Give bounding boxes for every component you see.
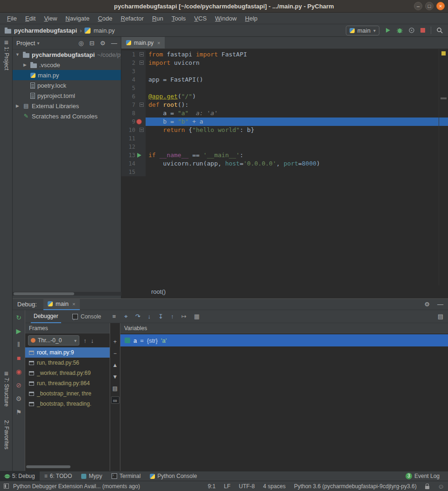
evaluate-expression-icon[interactable]: ▦ <box>194 313 199 320</box>
next-frame-icon[interactable]: ▼ <box>111 373 119 380</box>
breadcrumb-context[interactable]: root() <box>151 288 166 295</box>
run-button[interactable] <box>385 27 391 34</box>
lock-icon[interactable] <box>425 486 429 489</box>
frame-row-bootstrap-threading[interactable]: _bootstrap, threading. <box>25 399 110 409</box>
tool-window-button-favorites[interactable]: 2: Favorites <box>0 420 13 450</box>
frame-row-root-main-py-9[interactable]: root, main.py:9 <box>25 347 110 358</box>
code-editor[interactable]: 1from fastapi import FastAPI2import uvic… <box>121 49 448 285</box>
tree-item-pyproject-toml[interactable]: pyproject.toml <box>13 90 121 101</box>
tool-window-button-python-console[interactable]: Python Console <box>145 471 202 481</box>
run-configuration-select[interactable]: main ▾ <box>346 26 379 35</box>
menu-item-edit[interactable]: Edit <box>21 15 40 22</box>
project-view-selector[interactable]: Project ▾ <box>16 40 40 47</box>
run-to-cursor-icon[interactable]: ↦ <box>181 313 186 320</box>
remove-watch-icon[interactable]: − <box>111 350 119 357</box>
editor-tab-mainpy[interactable]: main.py × <box>121 37 165 48</box>
prev-frame-icon[interactable]: ▲ <box>111 361 119 369</box>
horizontal-scrollbar[interactable] <box>26 465 70 468</box>
tool-window-button-terminal[interactable]: Terminal <box>107 471 145 481</box>
debug-button[interactable] <box>396 27 403 34</box>
frame-row-run-thread-py-56[interactable]: run, thread.py:56 <box>25 358 110 368</box>
inspection-marker[interactable] <box>441 51 446 55</box>
step-over-icon[interactable]: ↷ <box>135 313 140 320</box>
tool-window-button-6-todo[interactable]: ≡6: TODO <box>40 471 77 481</box>
tree-item-vscode[interactable]: ▶.vscode <box>13 60 121 70</box>
caret-position[interactable]: 9:1 <box>208 483 216 490</box>
code-line-7[interactable]: 7def root(): <box>121 101 448 109</box>
inspections-hector-icon[interactable]: ☺ <box>438 483 444 490</box>
code-line-4[interactable]: 4app = FastAPI() <box>121 76 448 84</box>
menu-item-tools[interactable]: Tools <box>168 15 190 22</box>
tree-item-scratches-and-consoles[interactable]: ✎Scratches and Consoles <box>13 111 121 121</box>
rerun-debug-icon[interactable]: ↻ <box>16 314 21 321</box>
run-line-icon[interactable] <box>137 153 141 158</box>
code-line-14[interactable]: 14 uvicorn.run(app, host='0.0.0.0', port… <box>121 159 448 168</box>
code-line-15[interactable]: 15 <box>121 168 448 176</box>
code-line-8[interactable]: 8 a = "a" a: 'a' <box>121 109 448 118</box>
status-message[interactable]: Python Debugger Extension Avail... (mome… <box>13 483 140 490</box>
pause-icon[interactable]: ‖ <box>17 341 20 348</box>
tool-window-button-5-debug[interactable]: 5: Debug <box>0 471 40 481</box>
thread-selector[interactable]: Thr...-0_0 ▾ <box>28 335 79 346</box>
stop-icon[interactable]: ■ <box>17 354 21 362</box>
frame-row-bootstrap-inner-thre[interactable]: _bootstrap_inner, thre <box>25 388 110 399</box>
force-step-into-icon[interactable]: ↧ <box>158 313 163 320</box>
fold-marker-icon[interactable] <box>140 52 144 56</box>
tab-debugger[interactable]: Debugger <box>31 310 61 323</box>
code-line-12[interactable]: 12 <box>121 143 448 151</box>
tree-expand-icon[interactable]: ▶ <box>22 62 28 67</box>
show-return-values-icon[interactable]: ∞ <box>111 396 119 404</box>
tool-window-button-project[interactable]: ▦ 1: Project <box>0 40 13 70</box>
pin-icon[interactable]: ⚑ <box>16 408 22 416</box>
menu-item-vcs[interactable]: VCS <box>190 15 211 22</box>
tree-item-pycharmdebugfastapi[interactable]: ▼pycharmdebugfastapi ~/code/pycharmdebug… <box>13 49 121 60</box>
tree-item-external-libraries[interactable]: ▶▤External Libraries <box>13 101 121 111</box>
breadcrumb-project[interactable]: pycharmdebugfastapi <box>14 27 77 34</box>
tree-expand-icon[interactable]: ▶ <box>14 104 21 108</box>
indent-indicator[interactable]: 4 spaces <box>263 483 286 490</box>
menu-item-refactor[interactable]: Refactor <box>117 15 148 22</box>
restore-layout-icon[interactable]: ≡ <box>112 313 116 320</box>
menu-item-help[interactable]: Help <box>241 15 262 22</box>
menu-item-view[interactable]: View <box>40 15 61 22</box>
horizontal-scrollbar[interactable] <box>14 292 74 295</box>
copy-stack-icon[interactable]: ▤ <box>111 385 119 392</box>
gear-icon[interactable]: ⚙ <box>100 40 105 47</box>
code-line-10[interactable]: 10 return {"hello world": b} <box>121 126 448 134</box>
minimize-button[interactable]: – <box>414 2 422 10</box>
mute-breakpoints-icon[interactable]: ⊘ <box>16 381 21 389</box>
tool-window-button-mypy[interactable]: Mypy <box>77 471 107 481</box>
coverage-button[interactable] <box>408 27 415 34</box>
frame-row-run-threading-py-864[interactable]: run, threading.py:864 <box>25 378 110 388</box>
tool-window-button-event-log[interactable]: 3Event Log <box>401 471 444 481</box>
code-line-3[interactable]: 3 <box>121 67 448 76</box>
code-line-6[interactable]: 6@app.get("/") <box>121 92 448 101</box>
resume-icon[interactable]: ▶ <box>16 327 21 335</box>
tool-window-toggle-icon[interactable] <box>4 484 9 489</box>
tree-item-poetry-lock[interactable]: poetry.lock <box>13 80 121 90</box>
step-into-icon[interactable]: ↓ <box>148 313 151 320</box>
breadcrumb-file[interactable]: main.py <box>93 27 115 34</box>
fold-marker-icon[interactable] <box>140 128 144 132</box>
settings-icon[interactable]: ⚙ <box>16 395 22 402</box>
view-breakpoints-icon[interactable]: ◉ <box>16 368 21 375</box>
collapse-all-icon[interactable]: ⊟ <box>89 40 94 47</box>
menu-item-file[interactable]: File <box>3 15 21 22</box>
code-line-13[interactable]: 13if __name__ == '__main__': <box>121 151 448 159</box>
menu-item-run[interactable]: Run <box>148 15 168 22</box>
tab-console[interactable]: Console <box>70 310 104 323</box>
tree-item-main-py[interactable]: main.py <box>13 70 121 80</box>
breakpoint-icon[interactable] <box>136 119 142 124</box>
interpreter-indicator[interactable]: Python 3.6 (pycharmdebugfastapi-9cdjtyrg… <box>294 483 417 490</box>
code-line-1[interactable]: 1from fastapi import FastAPI <box>121 50 448 59</box>
code-line-9[interactable]: 9 b = "b" + a <box>121 118 448 126</box>
menu-item-navigate[interactable]: Navigate <box>61 15 93 22</box>
fold-marker-icon[interactable] <box>140 61 144 65</box>
fold-marker-icon[interactable] <box>140 103 144 107</box>
tool-window-button-structure[interactable]: ▦ 7: Structure <box>0 371 13 407</box>
hide-icon[interactable]: — <box>111 40 117 47</box>
stop-button[interactable] <box>420 28 426 33</box>
menu-item-window[interactable]: Window <box>211 15 241 22</box>
code-line-2[interactable]: 2import uvicorn <box>121 59 448 67</box>
variable-row-a[interactable]: a = {str} 'a' <box>120 334 448 346</box>
